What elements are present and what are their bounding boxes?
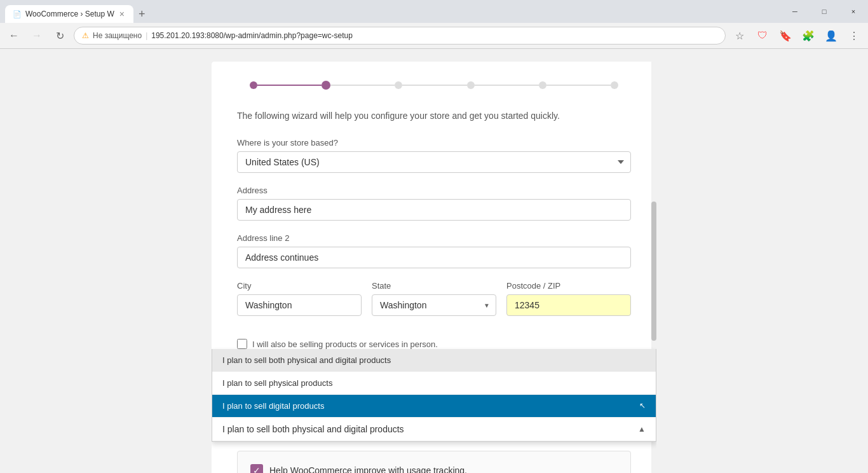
store-based-group: Where is your store based? United States… bbox=[237, 138, 631, 173]
progress-step-6 bbox=[611, 81, 618, 89]
progress-step-2 bbox=[322, 81, 330, 90]
state-group: State Washington ▼ bbox=[372, 281, 496, 316]
scrollbar-thumb[interactable] bbox=[651, 202, 656, 341]
browser-tab[interactable]: 📄 WooCommerce › Setup W × bbox=[5, 5, 133, 23]
browser-actions: ☆ 🛡 🔖 🧩 👤 ⋮ bbox=[731, 27, 863, 45]
window-controls: ─ □ × bbox=[780, 0, 868, 23]
reload-button[interactable]: ↻ bbox=[51, 27, 69, 45]
brave-shield-button[interactable]: 🛡 bbox=[754, 27, 771, 45]
progress-bar bbox=[237, 81, 631, 90]
address-label: Address bbox=[237, 186, 631, 195]
product-type-dropdown-list: I plan to sell both physical and digital… bbox=[212, 349, 656, 442]
new-tab-button[interactable]: + bbox=[133, 8, 151, 21]
postcode-label: Postcode / ZIP bbox=[506, 281, 631, 291]
maximize-button[interactable]: □ bbox=[810, 0, 839, 23]
tab-close-button[interactable]: × bbox=[118, 9, 126, 19]
extension2-button[interactable]: 🧩 bbox=[799, 27, 817, 45]
in-person-group: I will also be selling products or servi… bbox=[237, 334, 631, 349]
bookmark-button[interactable]: ☆ bbox=[731, 27, 749, 45]
intro-text: The following wizard will help you confi… bbox=[237, 109, 631, 123]
chevron-up-icon: ▲ bbox=[638, 425, 646, 434]
tracking-header: ✓ Help WooCommerce improve with usage tr… bbox=[250, 464, 618, 473]
store-based-select[interactable]: United States (US) bbox=[237, 151, 631, 173]
url-text: 195.201.20.193:8080/wp-admin/admin.php?p… bbox=[151, 31, 717, 40]
tracking-section: ✓ Help WooCommerce improve with usage tr… bbox=[237, 451, 631, 473]
address2-input[interactable] bbox=[237, 247, 631, 268]
postcode-input[interactable] bbox=[506, 294, 631, 316]
dropdown-item-digital[interactable]: I plan to sell digital products ↖ bbox=[212, 395, 656, 418]
url-separator: | bbox=[146, 31, 147, 40]
progress-step-3 bbox=[395, 81, 402, 89]
state-label: State bbox=[372, 281, 496, 291]
dropdown-item-physical[interactable]: I plan to sell physical products bbox=[212, 372, 656, 395]
state-select-wrapper: Washington ▼ bbox=[372, 294, 496, 316]
in-person-label: I will also be selling products or servi… bbox=[252, 339, 438, 349]
setup-container: The following wizard will help you confi… bbox=[212, 62, 656, 473]
tracking-checkmark-icon: ✓ bbox=[253, 465, 261, 473]
extension-button[interactable]: 🔖 bbox=[776, 27, 794, 45]
dropdown-item-both-highlighted[interactable]: I plan to sell both physical and digital… bbox=[212, 349, 656, 372]
progress-line-5 bbox=[546, 85, 611, 86]
postcode-group: Postcode / ZIP bbox=[506, 281, 631, 316]
city-state-zip-row: City State Washington ▼ Postcode / ZIP bbox=[237, 281, 631, 329]
progress-line-4 bbox=[475, 85, 539, 86]
tracking-title: Help WooCommerce improve with usage trac… bbox=[269, 465, 467, 473]
address-input[interactable] bbox=[237, 199, 631, 221]
product-type-wrapper: I plan to sell both physical and digital… bbox=[237, 334, 631, 349]
insecure-label: Не защищено bbox=[93, 31, 142, 40]
tab-title: WooCommerce › Setup W bbox=[25, 10, 114, 18]
forward-button[interactable]: → bbox=[28, 27, 46, 45]
address-group: Address bbox=[237, 186, 631, 221]
tab-page-icon: 📄 bbox=[13, 10, 22, 18]
address2-group: Address line 2 bbox=[237, 233, 631, 268]
progress-step-5 bbox=[539, 81, 546, 89]
tracking-checkbox[interactable]: ✓ bbox=[250, 464, 263, 473]
insecure-icon: ⚠ bbox=[82, 31, 89, 40]
menu-button[interactable]: ⋮ bbox=[845, 27, 863, 45]
city-input[interactable] bbox=[237, 294, 362, 316]
progress-step-1 bbox=[250, 81, 257, 89]
page-content: The following wizard will help you confi… bbox=[0, 49, 868, 473]
state-select[interactable]: Washington bbox=[372, 294, 496, 316]
address-bar[interactable]: ⚠ Не защищено | 195.201.20.193:8080/wp-a… bbox=[74, 27, 726, 45]
navigation-bar: ← → ↻ ⚠ Не защищено | 195.201.20.193:808… bbox=[0, 23, 868, 48]
profile-button[interactable]: 👤 bbox=[822, 27, 840, 45]
progress-line-2 bbox=[330, 85, 395, 86]
address2-label: Address line 2 bbox=[237, 233, 631, 243]
in-person-checkbox[interactable] bbox=[237, 339, 247, 349]
progress-line-1 bbox=[257, 85, 322, 86]
city-group: City bbox=[237, 281, 362, 316]
city-label: City bbox=[237, 281, 362, 291]
progress-step-4 bbox=[467, 81, 475, 89]
back-button[interactable]: ← bbox=[5, 27, 23, 45]
close-window-button[interactable]: × bbox=[839, 0, 868, 23]
dropdown-item-both-bottom[interactable]: I plan to sell both physical and digital… bbox=[212, 418, 656, 441]
minimize-button[interactable]: ─ bbox=[780, 0, 810, 23]
store-based-label: Where is your store based? bbox=[237, 138, 631, 147]
progress-line-3 bbox=[402, 85, 466, 86]
